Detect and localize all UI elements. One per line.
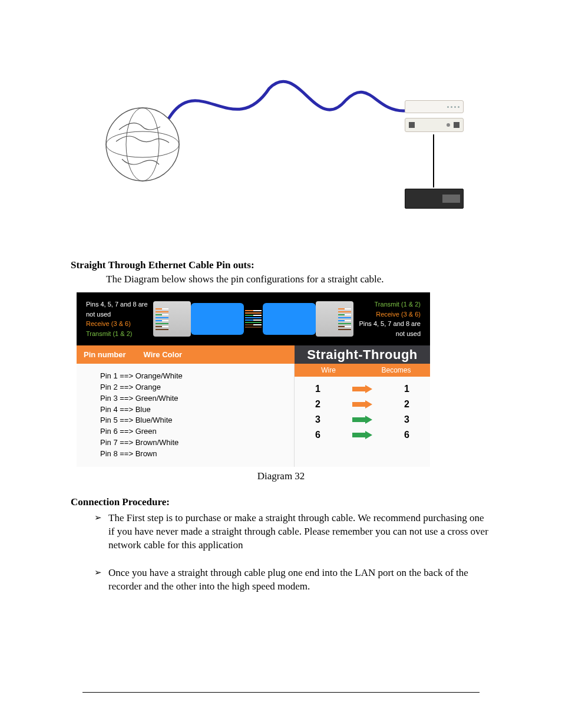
procedure-item: The First step is to purchase or make a …: [94, 512, 491, 566]
straight-from: 6: [315, 430, 320, 440]
straight-to: 1: [404, 384, 409, 394]
straight-col-becomes: Becomes: [362, 366, 430, 374]
pinout-intro: The Diagram below shows the pin configur…: [106, 274, 491, 285]
arrow-icon: [352, 431, 372, 439]
straight-from: 1: [315, 384, 320, 394]
cable-boot-right: [263, 303, 316, 335]
pin-list: Pin 1 ==> Orange/White Pin 2 ==> Orange …: [77, 364, 295, 467]
pinout-title-right: Straight-Through: [295, 345, 430, 364]
pinout-col-color: Wire Color: [144, 350, 183, 359]
procedure-item: Once you have a straight through cable p…: [94, 566, 491, 608]
pin-row: Pin 2 ==> Orange: [100, 382, 287, 393]
arrow-icon: [352, 416, 372, 424]
pin-row: Pin 6 ==> Green: [100, 426, 287, 437]
straight-row: 3 3: [299, 412, 425, 427]
procedure-list: The First step is to purchase or make a …: [71, 512, 491, 608]
svg-point-0: [106, 108, 179, 181]
straight-row: 2 2: [299, 397, 425, 412]
straight-from: 2: [315, 399, 320, 410]
pinout-right-receive: Receive (3 & 6): [353, 309, 421, 319]
straight-col-wire: Wire: [295, 366, 362, 374]
pinout-left-receive: Receive (3 & 6): [86, 319, 153, 329]
pinout-col-pin: Pin number: [84, 350, 126, 359]
pin-row: Pin 1 ==> Orange/White: [100, 371, 287, 382]
pin-row: Pin 8 ==> Brown: [100, 449, 287, 460]
straight-row: 6 6: [299, 427, 425, 443]
pinout-left-notused: Pins 4, 5, 7 and 8 are not used: [86, 299, 153, 319]
pinout-right-labels: Transmit (1 & 2) Receive (3 & 6) Pins 4,…: [353, 299, 421, 338]
cable-wires: [245, 310, 262, 328]
pinout-table-headers: Pin number Wire Color Straight-Through: [77, 345, 430, 364]
straight-subhead: Wire Becomes: [295, 364, 430, 377]
dvr-device: [405, 189, 464, 209]
rj45-right-icon: [316, 301, 353, 337]
pin-row: Pin 7 ==> Brown/White: [100, 437, 287, 449]
router-device: [405, 118, 464, 132]
globe-icon: [104, 106, 181, 183]
modem-device: [405, 100, 464, 113]
pinout-right-notused: Pins 4, 5, 7 and 8 are not used: [353, 319, 421, 338]
pin-row: Pin 5 ==> Blue/White: [100, 415, 287, 426]
cable-boot-left: [191, 303, 244, 335]
straight-to: 2: [404, 399, 409, 410]
straight-to: 6: [404, 430, 409, 440]
pinout-heading: Straight Through Ethernet Cable Pin outs…: [71, 259, 491, 271]
pin-row: Pin 3 ==> Green/White: [100, 393, 287, 404]
straight-rows: 1 1 2 2 3 3 6: [295, 377, 430, 450]
footer-rule: [82, 692, 480, 693]
rj45-left-icon: [153, 301, 191, 337]
pinout-right-transmit: Transmit (1 & 2): [353, 299, 421, 309]
arrow-icon: [352, 400, 372, 409]
pinout-left-labels: Pins 4, 5, 7 and 8 are not used Receive …: [86, 299, 153, 338]
straight-to: 3: [404, 414, 409, 425]
pinout-diagram: Pins 4, 5, 7 and 8 are not used Receive …: [77, 292, 430, 467]
pinout-connectors: Pins 4, 5, 7 and 8 are not used Receive …: [77, 292, 430, 345]
pin-row: Pin 4 ==> Blue: [100, 404, 287, 416]
procedure-heading: Connection Procedure:: [71, 496, 491, 508]
pinout-left-transmit: Transmit (1 & 2): [86, 329, 153, 339]
ethernet-link-line: [433, 134, 434, 187]
diagram-caption: Diagram 32: [71, 470, 491, 482]
straight-row: 1 1: [299, 381, 425, 397]
page: Straight Through Ethernet Cable Pin outs…: [0, 0, 562, 728]
network-figure: [98, 47, 464, 248]
straight-from: 3: [315, 414, 320, 425]
arrow-icon: [352, 385, 372, 393]
